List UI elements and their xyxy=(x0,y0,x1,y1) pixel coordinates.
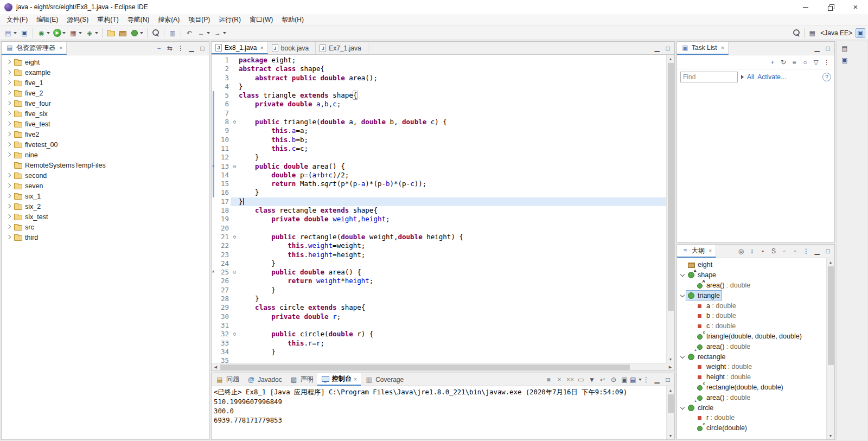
expand-arrow-icon[interactable] xyxy=(6,183,12,189)
clear-console-button[interactable]: ▭ xyxy=(576,375,586,385)
scrollbar-thumb[interactable] xyxy=(668,394,674,413)
outline-item[interactable]: ccircle(double) xyxy=(677,423,826,433)
code-line[interactable]: 22 this.weight=weight; xyxy=(212,241,666,250)
menu-item[interactable]: 源码(S) xyxy=(62,14,93,25)
pin-console-button[interactable]: ⊙ xyxy=(609,375,618,385)
code-line[interactable]: 18 class rectangle extends shape{ xyxy=(212,206,666,215)
code-line[interactable]: 15 return Math.sqrt(p*(p-a)*(p-b)*(p-c))… xyxy=(212,180,666,188)
fold-collapse-icon[interactable]: ⊖ xyxy=(231,118,239,126)
collapse-arrow-icon[interactable] xyxy=(679,292,686,299)
scroll-down-icon[interactable]: ▼ xyxy=(827,432,835,439)
code-line[interactable]: 21⊖ public rectangle(double weight,doubl… xyxy=(212,233,666,241)
external-tools-button[interactable]: ◈ xyxy=(84,27,99,39)
editor-horizontal-scrollbar[interactable]: ◀ ▶ xyxy=(212,363,674,370)
hide-non-public-button[interactable]: ◦ xyxy=(780,246,789,256)
code-line[interactable]: 3 abstract public double area(); xyxy=(212,74,666,82)
outline-item[interactable]: ▲area() : double xyxy=(677,392,826,402)
minimized-view-2-button[interactable]: ▣ xyxy=(840,55,850,65)
console-tab[interactable]: @Javadoc xyxy=(243,373,286,386)
outline-item[interactable]: eight xyxy=(677,260,826,270)
fold-collapse-icon[interactable]: ⊖ xyxy=(231,330,239,338)
code-line[interactable]: 23 this.height=height; xyxy=(212,251,666,259)
remove-launch-button[interactable]: × xyxy=(554,375,564,385)
code-line[interactable]: 33 this.r=r; xyxy=(212,339,666,348)
maximize-button[interactable]: □ xyxy=(823,43,833,53)
link-with-editor-button[interactable]: ⇆ xyxy=(165,43,175,53)
editor-tab[interactable]: JEx7_1.java xyxy=(316,42,368,54)
minimize-window-button[interactable] xyxy=(793,0,818,14)
scroll-down-icon[interactable]: ▼ xyxy=(667,355,675,363)
editor-tab[interactable]: JEx8_1.java× xyxy=(212,42,268,54)
sync-button[interactable]: ↻ xyxy=(778,57,788,67)
scrollbar-thumb[interactable] xyxy=(828,266,834,365)
menu-item[interactable]: 文件(F) xyxy=(2,14,32,25)
code-line[interactable]: ▲13⊖ public double area() { xyxy=(212,162,666,171)
scroll-track[interactable] xyxy=(220,363,666,371)
scroll-lock-button[interactable]: ▼ xyxy=(587,375,597,385)
outline-item[interactable]: rectangle xyxy=(677,351,826,362)
tree-item[interactable]: six_test xyxy=(2,212,209,222)
close-view-icon[interactable]: × xyxy=(721,44,724,51)
code-line[interactable]: 26 return weight*height; xyxy=(212,277,666,285)
code-line[interactable]: 16 } xyxy=(212,188,666,197)
view-menu-button[interactable]: ⋮ xyxy=(176,43,186,53)
expand-arrow-icon[interactable] xyxy=(6,142,12,148)
sort-button[interactable]: ↕ xyxy=(747,246,757,256)
tree-item[interactable]: third xyxy=(2,232,209,242)
remove-all-launches-button[interactable]: ×× xyxy=(565,375,575,385)
new-package-button[interactable] xyxy=(117,27,128,39)
code-line[interactable]: 5class triangle extends shape{ xyxy=(212,91,666,100)
schedule-button[interactable]: ○ xyxy=(800,57,810,67)
tree-item[interactable]: nine xyxy=(2,150,209,160)
focus-button[interactable]: ◎ xyxy=(736,246,746,256)
tree-item[interactable]: five_1 xyxy=(2,78,209,88)
scroll-track[interactable] xyxy=(827,266,835,432)
collapse-arrow-icon[interactable] xyxy=(679,354,686,360)
code-line[interactable]: 8⊖ public triangle(double a, double b, d… xyxy=(212,118,666,126)
outline-item[interactable]: crectangle(double, double) xyxy=(677,382,826,393)
display-selected-button[interactable]: ▣ xyxy=(620,375,629,385)
find-input[interactable] xyxy=(680,72,738,82)
outline-item[interactable]: triangle xyxy=(677,290,826,301)
minimized-view-1-button[interactable]: ▤ xyxy=(840,43,850,53)
hide-fields-button[interactable]: ▪ xyxy=(758,246,768,256)
scrollbar-thumb[interactable] xyxy=(668,63,674,311)
outline-item[interactable]: weight : double xyxy=(677,362,826,372)
code-editor[interactable]: 1package eight;2abstract class shape{3 a… xyxy=(212,55,666,363)
code-line[interactable]: 31 xyxy=(212,321,666,330)
outline-item[interactable]: c : double xyxy=(677,321,826,331)
expand-arrow-icon[interactable] xyxy=(6,90,12,96)
hide-static-button[interactable]: S xyxy=(769,246,778,256)
editor-tab[interactable]: Jbook.java xyxy=(268,42,316,54)
code-line[interactable]: 19 private double weight,height; xyxy=(212,215,666,223)
expand-arrow-icon[interactable] xyxy=(6,121,12,127)
fold-collapse-icon[interactable]: ⊖ xyxy=(231,233,239,241)
close-tab-icon[interactable]: × xyxy=(260,44,263,51)
menu-item[interactable]: 项目(P) xyxy=(184,14,214,25)
expand-arrow-icon[interactable] xyxy=(6,69,12,75)
new-task-button[interactable]: + xyxy=(768,57,777,67)
console-tab[interactable]: ▤问题 xyxy=(212,373,243,386)
tree-item[interactable]: fivetest_00 xyxy=(2,139,209,150)
fold-collapse-icon[interactable]: ⊖ xyxy=(231,162,239,171)
outline-vertical-scrollbar[interactable]: ▲ ▼ xyxy=(826,258,834,439)
menu-item[interactable]: 搜索(A) xyxy=(154,14,184,25)
menu-item[interactable]: 编辑(E) xyxy=(32,14,62,25)
close-view-icon[interactable]: × xyxy=(709,247,712,254)
scroll-right-icon[interactable]: ▶ xyxy=(666,363,674,371)
console-tab[interactable]: ▧声明 xyxy=(286,373,317,386)
java-ee-perspective-button[interactable]: ▣ xyxy=(856,28,865,38)
expand-arrow-icon[interactable] xyxy=(6,111,12,117)
outline-item[interactable]: r : double xyxy=(677,413,826,423)
console-vertical-scrollbar[interactable]: ▲ ▼ xyxy=(666,386,674,439)
help-button[interactable]: ? xyxy=(822,73,831,81)
collapse-arrow-icon[interactable] xyxy=(679,405,686,411)
scroll-up-icon[interactable]: ▲ xyxy=(667,386,675,394)
scrollbar-thumb[interactable] xyxy=(220,365,630,370)
all-link[interactable]: All xyxy=(747,73,754,81)
open-perspective-button[interactable]: ▦ xyxy=(807,28,817,38)
save-button[interactable]: ▣ xyxy=(19,27,30,39)
scroll-up-icon[interactable]: ▲ xyxy=(667,55,675,62)
menu-item[interactable]: 帮助(H) xyxy=(277,14,308,25)
categorized-button[interactable]: ≡ xyxy=(789,57,799,67)
